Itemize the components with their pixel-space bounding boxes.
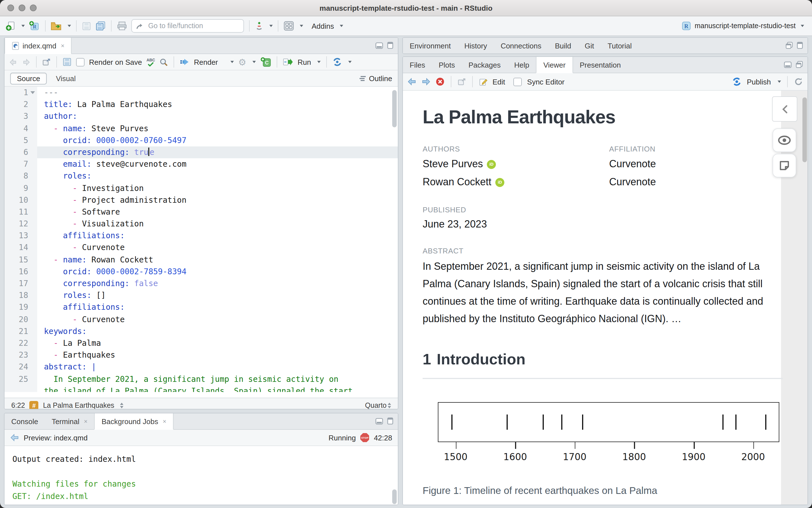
addins-button[interactable]: Addins bbox=[312, 22, 334, 30]
tab-packages[interactable]: Packages bbox=[462, 57, 508, 73]
search-icon[interactable] bbox=[159, 58, 168, 66]
restore-pane-icon[interactable] bbox=[785, 42, 793, 49]
code-line[interactable]: 25 In September 2021, a significant jump… bbox=[4, 373, 398, 385]
tab-history[interactable]: History bbox=[457, 38, 494, 53]
new-file-caret[interactable] bbox=[22, 25, 25, 27]
rerun-icon[interactable] bbox=[332, 57, 342, 67]
code-line[interactable]: 6 corresponding: true bbox=[4, 146, 398, 158]
run-icon[interactable] bbox=[283, 58, 293, 66]
code-line[interactable]: 20 - Curvenote bbox=[4, 313, 398, 325]
editor-scrollbar[interactable] bbox=[392, 90, 397, 127]
open-file-caret[interactable] bbox=[68, 25, 71, 27]
source-mode-button[interactable]: Source bbox=[10, 72, 47, 84]
maximize-pane-icon[interactable] bbox=[387, 417, 393, 425]
tab-connections[interactable]: Connections bbox=[494, 38, 548, 53]
run-button[interactable]: Run bbox=[297, 58, 311, 66]
section-selector[interactable]: La Palma Earthquakes bbox=[43, 401, 114, 409]
code-line[interactable]: 12 - Visualization bbox=[4, 218, 398, 230]
close-window-button[interactable] bbox=[7, 4, 14, 11]
code-line[interactable]: 9 - Investigation bbox=[4, 182, 398, 194]
tab-git[interactable]: Git bbox=[578, 38, 601, 53]
tab-index-qmd[interactable]: index.qmd × bbox=[4, 38, 72, 54]
fold-icon[interactable] bbox=[31, 91, 35, 94]
tab-files[interactable]: Files bbox=[403, 57, 432, 73]
rerun-caret[interactable] bbox=[348, 61, 352, 63]
save-all-icon[interactable] bbox=[95, 21, 106, 31]
forward-icon[interactable] bbox=[22, 58, 31, 66]
back-icon[interactable] bbox=[9, 58, 17, 66]
console-scrollbar[interactable] bbox=[392, 490, 397, 504]
code-line[interactable]: 24abstract: | bbox=[4, 361, 398, 373]
tab-build[interactable]: Build bbox=[548, 38, 578, 53]
open-in-browser-icon[interactable] bbox=[457, 78, 466, 86]
publish-icon[interactable] bbox=[732, 77, 742, 86]
save-icon[interactable] bbox=[82, 21, 91, 31]
orcid-icon[interactable]: iD bbox=[495, 178, 504, 187]
sync-editor-checkbox[interactable] bbox=[514, 77, 522, 86]
render-button[interactable]: Render bbox=[194, 58, 218, 66]
code-line[interactable]: 19 affiliations: bbox=[4, 302, 398, 313]
section-updown-icon[interactable] bbox=[120, 403, 123, 408]
code-line[interactable]: 7 email: steve@curvenote.com bbox=[4, 158, 398, 170]
orcid-icon[interactable]: iD bbox=[487, 160, 496, 169]
tab-help[interactable]: Help bbox=[508, 57, 536, 73]
version-control-icon[interactable] bbox=[255, 21, 264, 31]
insert-chunk-icon[interactable]: C bbox=[260, 57, 271, 67]
code-line[interactable]: 22 - La Palma bbox=[4, 337, 398, 349]
goto-file-box[interactable] bbox=[131, 19, 244, 33]
zoom-window-button[interactable] bbox=[30, 4, 37, 11]
note-icon[interactable] bbox=[773, 154, 796, 177]
render-icon[interactable] bbox=[180, 58, 189, 66]
render-caret[interactable] bbox=[231, 61, 234, 63]
code-line[interactable]: 17 corresponding: false bbox=[4, 278, 398, 290]
restore-pane-icon[interactable] bbox=[796, 61, 803, 68]
code-editor[interactable]: 1---2title: La Palma Earthquakes3author:… bbox=[4, 87, 398, 397]
save-document-icon[interactable] bbox=[63, 57, 72, 67]
tab-viewer[interactable]: Viewer bbox=[536, 57, 573, 73]
stop-job-icon[interactable]: STOP bbox=[360, 433, 369, 442]
new-project-icon[interactable]: R bbox=[29, 20, 40, 32]
run-caret[interactable] bbox=[317, 61, 321, 63]
minimize-pane-icon[interactable] bbox=[375, 417, 383, 425]
code-line[interactable]: 4 - name: Steve Purves bbox=[4, 123, 398, 134]
pane-layout-icon[interactable] bbox=[283, 21, 294, 31]
pane-layout-caret[interactable] bbox=[300, 25, 303, 27]
tab-terminal[interactable]: Terminal× bbox=[45, 413, 94, 429]
goto-file-input[interactable] bbox=[147, 22, 240, 31]
code-line[interactable]: 1--- bbox=[4, 87, 398, 98]
maximize-pane-icon[interactable] bbox=[387, 42, 393, 49]
open-file-icon[interactable] bbox=[51, 21, 62, 31]
code-line[interactable]: 13 affiliations: bbox=[4, 230, 398, 242]
edit-button[interactable]: Edit bbox=[492, 77, 505, 86]
outline-button[interactable]: Outline bbox=[359, 74, 392, 83]
code-line[interactable]: 21keywords: bbox=[4, 326, 398, 337]
format-updown-icon[interactable] bbox=[388, 403, 391, 408]
publish-button[interactable]: Publish bbox=[747, 77, 771, 86]
collapse-panel-button[interactable] bbox=[772, 96, 797, 122]
close-tab-icon[interactable]: × bbox=[163, 418, 166, 425]
spellcheck-icon[interactable]: ABC bbox=[147, 58, 155, 66]
tab-background-jobs[interactable]: Background Jobs× bbox=[94, 413, 174, 430]
code-line[interactable]: 11 - Software bbox=[4, 206, 398, 218]
edit-icon[interactable] bbox=[479, 77, 487, 86]
code-line[interactable]: the island of La Palma (Canary Islands, … bbox=[4, 385, 398, 392]
render-options-caret[interactable] bbox=[252, 61, 256, 63]
visual-mode-button[interactable]: Visual bbox=[53, 73, 78, 84]
close-tab-icon[interactable]: × bbox=[84, 418, 88, 425]
code-line[interactable]: 5 orcid: 0000-0002-0760-5497 bbox=[4, 135, 398, 146]
code-line[interactable]: 3author: bbox=[4, 111, 398, 123]
back-arrow-icon[interactable] bbox=[10, 434, 19, 441]
gear-icon[interactable]: ⚙ bbox=[238, 56, 247, 67]
console-output[interactable]: Output created: index.html Watching file… bbox=[4, 446, 398, 505]
minimize-window-button[interactable] bbox=[18, 4, 25, 11]
code-line[interactable]: 16 orcid: 0000-0002-7859-8394 bbox=[4, 266, 398, 278]
code-line[interactable]: 15 - name: Rowan Cockett bbox=[4, 254, 398, 265]
maximize-pane-icon[interactable] bbox=[797, 42, 803, 49]
viewer-scrollbar[interactable] bbox=[802, 97, 807, 162]
version-control-caret[interactable] bbox=[269, 25, 273, 27]
refresh-icon[interactable] bbox=[794, 77, 803, 86]
tab-console[interactable]: Console bbox=[4, 413, 45, 429]
addins-caret[interactable] bbox=[340, 25, 343, 27]
code-line[interactable]: 2title: La Palma Earthquakes bbox=[4, 98, 398, 111]
eye-icon[interactable] bbox=[773, 128, 796, 152]
